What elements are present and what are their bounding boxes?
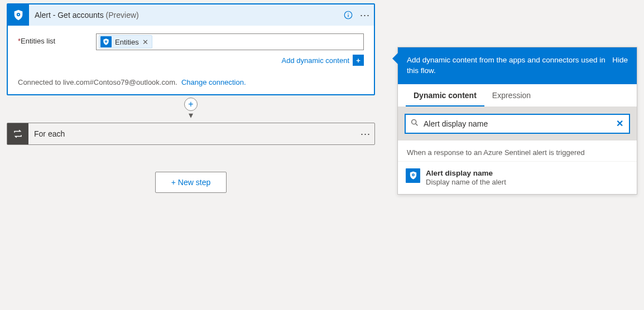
more-menu-icon[interactable]: ··· xyxy=(357,123,374,144)
connected-text: Connected to live.com#Contoso79@outlook.… xyxy=(18,78,177,86)
dc-result-item[interactable]: Alert display name Display name of the a… xyxy=(398,162,637,194)
dc-item-subtitle: Display name of the alert xyxy=(426,178,506,187)
dc-item-title: Alert display name xyxy=(426,168,506,178)
card-body: *Entities list Entities ✕ Add dynamic co… xyxy=(8,26,374,72)
field-label-text: Entities list xyxy=(21,37,55,45)
search-icon xyxy=(410,118,419,129)
tab-expression[interactable]: Expression xyxy=(484,84,539,106)
dynamic-content-panel: Add dynamic content from the apps and co… xyxy=(397,47,637,195)
search-wrap: ✕ xyxy=(398,107,637,141)
clear-search-icon[interactable]: ✕ xyxy=(614,119,624,129)
foreach-header[interactable]: For each ··· xyxy=(7,123,374,144)
arrow-down-icon: ▾ xyxy=(189,110,193,120)
card-title: Alert - Get accounts (Preview) xyxy=(29,11,340,20)
alert-action-card: Alert - Get accounts (Preview) ··· *Enti… xyxy=(7,3,375,95)
dc-group-header: When a response to an Azure Sentinel ale… xyxy=(398,141,637,162)
loop-icon xyxy=(7,123,28,144)
sentinel-shield-icon xyxy=(8,4,29,26)
panel-caret-icon xyxy=(392,53,398,64)
flow-canvas: Alert - Get accounts (Preview) ··· *Enti… xyxy=(0,0,382,310)
info-icon[interactable] xyxy=(340,4,356,26)
svg-point-5 xyxy=(412,119,416,124)
insert-step-button[interactable]: + xyxy=(184,98,198,111)
token-label: Entities xyxy=(115,38,139,46)
add-dynamic-content-button[interactable]: + xyxy=(353,55,364,66)
svg-line-6 xyxy=(416,124,417,125)
foreach-card: For each ··· xyxy=(7,123,375,145)
search-box[interactable]: ✕ xyxy=(405,114,630,134)
foreach-title: For each xyxy=(28,129,357,138)
new-step-wrap: + New step xyxy=(7,172,375,193)
tab-dynamic-content[interactable]: Dynamic content xyxy=(406,84,484,106)
field-label: *Entities list xyxy=(18,33,96,45)
card-title-text: Alert - Get accounts xyxy=(35,11,104,20)
dc-header-text: Add dynamic content from the apps and co… xyxy=(407,55,612,76)
entities-field-row: *Entities list Entities ✕ xyxy=(18,33,364,50)
add-dynamic-content-link[interactable]: Add dynamic content xyxy=(282,56,349,65)
preview-tag: (Preview) xyxy=(106,11,139,20)
connection-info: Connected to live.com#Contoso79@outlook.… xyxy=(8,72,374,94)
entities-token[interactable]: Entities ✕ xyxy=(99,35,152,49)
add-dynamic-content-row: Add dynamic content + xyxy=(18,55,364,66)
entities-input[interactable]: Entities ✕ xyxy=(96,33,364,50)
hide-panel-link[interactable]: Hide xyxy=(612,55,628,66)
change-connection-link[interactable]: Change connection. xyxy=(181,78,246,86)
dc-tabs: Dynamic content Expression xyxy=(398,84,637,107)
dc-item-text: Alert display name Display name of the a… xyxy=(426,168,506,187)
connector: + ▾ xyxy=(7,98,375,120)
more-menu-icon[interactable]: ··· xyxy=(356,4,374,26)
dc-panel-header: Add dynamic content from the apps and co… xyxy=(398,47,637,84)
card-header[interactable]: Alert - Get accounts (Preview) ··· xyxy=(8,4,374,26)
new-step-button[interactable]: + New step xyxy=(155,172,227,193)
remove-token-icon[interactable]: ✕ xyxy=(142,38,148,46)
sentinel-shield-icon xyxy=(406,168,420,183)
svg-point-4 xyxy=(348,13,348,13)
search-input[interactable] xyxy=(424,119,614,128)
sentinel-shield-icon xyxy=(100,36,112,47)
